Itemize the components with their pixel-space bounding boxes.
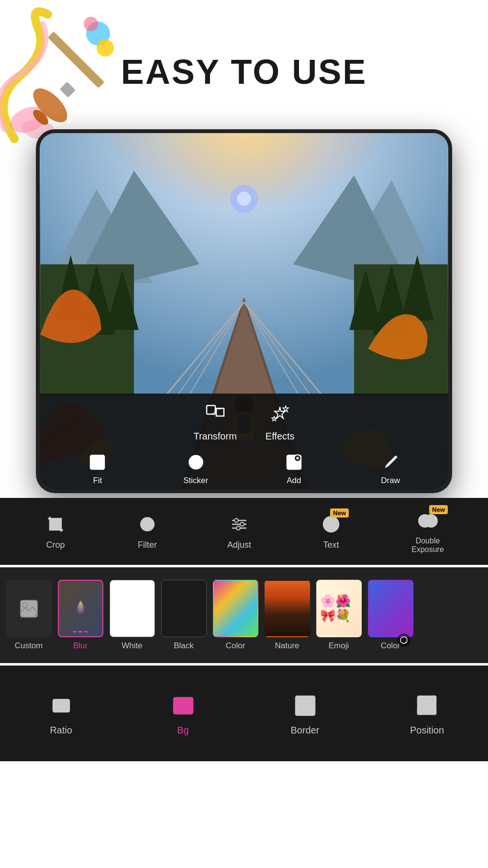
svg-rect-39 <box>93 458 101 466</box>
svg-point-8 <box>84 17 98 31</box>
ratio-nav-button[interactable]: Ratio <box>33 691 90 736</box>
add-icon <box>283 451 305 473</box>
draw-label: Draw <box>381 476 400 485</box>
bg-custom-thumbnail <box>6 580 52 637</box>
position-nav-button[interactable]: Position <box>399 691 456 736</box>
double-exposure-label: DoubleExposure <box>411 537 444 554</box>
bg-colorful-button[interactable]: Color <box>366 580 414 651</box>
double-exposure-icon: New <box>413 509 442 533</box>
position-label: Position <box>410 725 444 736</box>
svg-text:T: T <box>328 519 334 530</box>
ratio-label: Ratio <box>50 725 72 736</box>
effects-label: Effects <box>266 431 295 442</box>
bg-icon <box>169 691 198 720</box>
bg-color-button[interactable]: Color <box>211 580 259 651</box>
adjust-label: Adjust <box>227 540 251 550</box>
double-exposure-new-badge: New <box>429 505 448 514</box>
bg-nature-button[interactable]: Nature <box>263 580 311 651</box>
adjust-button[interactable]: Adjust <box>215 512 263 550</box>
svg-point-63 <box>22 603 27 608</box>
text-label: Text <box>323 540 339 550</box>
bg-white-thumbnail <box>110 580 155 637</box>
adjust-icon <box>227 512 251 536</box>
brush-decoration <box>10 10 115 144</box>
bg-selector: Custom Blur White <box>0 567 488 663</box>
effects-icon <box>267 401 293 427</box>
add-label: Add <box>287 476 301 485</box>
svg-rect-75 <box>418 696 436 714</box>
filter-button[interactable]: Filter <box>123 512 171 550</box>
transform-button[interactable]: Transform <box>193 401 236 442</box>
transform-label: Transform <box>193 431 236 442</box>
filter-icon <box>135 512 159 536</box>
double-exposure-button[interactable]: New DoubleExposure <box>399 509 456 554</box>
page-title: EASY TO USE <box>121 52 367 91</box>
bg-black-thumbnail <box>161 580 207 637</box>
bg-black-label: Black <box>174 641 194 651</box>
photo-background: Transform Effects <box>40 133 448 489</box>
svg-rect-47 <box>50 519 61 530</box>
border-label: Border <box>290 725 319 736</box>
text-icon: New T <box>319 512 343 536</box>
add-button[interactable]: Add <box>283 451 305 485</box>
sticker-icon <box>185 451 207 473</box>
draw-icon <box>380 451 401 473</box>
fit-button[interactable]: Fit <box>87 451 108 485</box>
phone-frame: Transform Effects <box>36 129 452 493</box>
sticker-label: Sticker <box>183 476 208 485</box>
bg-nature-thumbnail <box>265 580 310 637</box>
bg-custom-label: Custom <box>15 641 43 651</box>
bg-color-thumbnail <box>213 580 258 637</box>
border-nav-button[interactable]: Border <box>277 691 334 736</box>
draw-button[interactable]: Draw <box>380 451 401 485</box>
svg-point-7 <box>97 39 114 56</box>
bg-white-label: White <box>122 641 142 651</box>
top-area: EASY TO USE <box>0 0 488 134</box>
bg-emoji-label: Emoji <box>329 641 349 651</box>
bg-blur-thumbnail <box>58 580 103 637</box>
svg-rect-36 <box>207 406 215 414</box>
fit-label: Fit <box>93 476 102 485</box>
text-new-badge: New <box>330 508 349 518</box>
svg-point-57 <box>236 526 240 530</box>
svg-rect-68 <box>56 702 67 709</box>
ratio-icon <box>47 691 76 720</box>
photo-toolbar: Transform Effects <box>40 394 448 489</box>
fit-icon <box>87 451 108 473</box>
bg-emoji-thumbnail: 🌸🌺🎀💐 <box>316 580 362 637</box>
effects-button[interactable]: Effects <box>266 401 295 442</box>
bg-colorful-thumbnail <box>368 580 413 637</box>
bg-label: Bg <box>177 725 189 736</box>
bg-white-button[interactable]: White <box>108 580 156 651</box>
svg-rect-3 <box>60 82 76 98</box>
border-icon <box>291 691 320 720</box>
bg-emoji-button[interactable]: 🌸🌺🎀💐 Emoji <box>315 580 363 651</box>
transform-icon <box>202 401 228 427</box>
bg-nature-label: Nature <box>275 641 299 651</box>
bg-blur-label: Blur <box>73 641 88 651</box>
sticker-button[interactable]: Sticker <box>183 451 208 485</box>
svg-rect-74 <box>300 701 310 710</box>
bottom-nav: Ratio Bg Border <box>0 665 488 761</box>
svg-point-55 <box>234 519 238 522</box>
crop-icon <box>44 512 67 536</box>
bg-color-label: Color <box>226 641 245 651</box>
svg-point-56 <box>240 522 244 526</box>
bg-blur-button[interactable]: Blur <box>56 580 104 651</box>
bg-custom-button[interactable]: Custom <box>5 580 53 651</box>
svg-point-41 <box>192 460 194 462</box>
crop-label: Crop <box>46 540 65 550</box>
main-toolbar: Crop Filter Adjust New <box>0 498 488 565</box>
position-icon <box>413 691 442 720</box>
bg-nav-button[interactable]: Bg <box>155 691 212 736</box>
bg-black-button[interactable]: Black <box>160 580 208 651</box>
svg-point-42 <box>198 460 200 462</box>
crop-button[interactable]: Crop <box>32 512 79 550</box>
svg-point-61 <box>425 515 437 527</box>
svg-point-40 <box>189 456 202 469</box>
text-button[interactable]: New T Text <box>307 512 355 550</box>
filter-label: Filter <box>138 540 157 550</box>
